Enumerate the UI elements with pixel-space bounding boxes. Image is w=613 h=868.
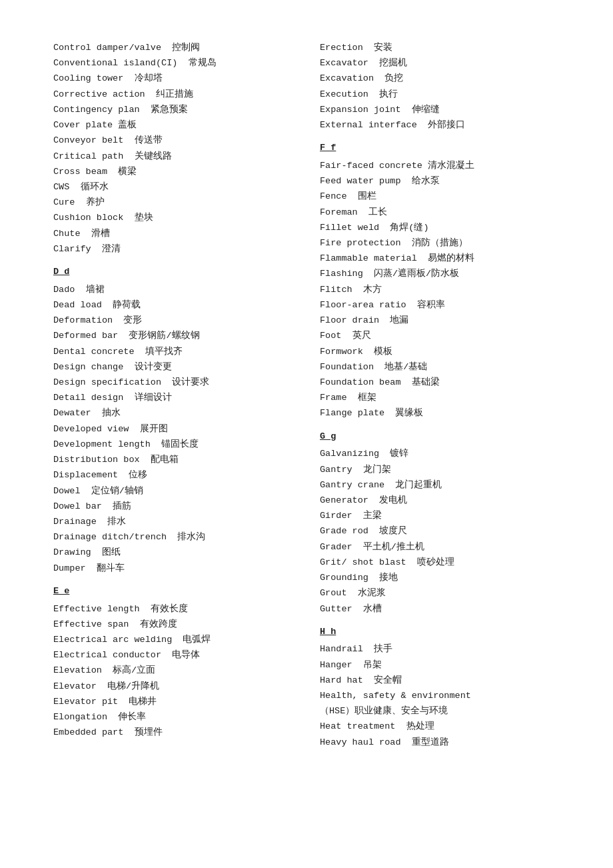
glossary-entry: Distribution box 配电箱 bbox=[53, 452, 293, 467]
glossary-entry: Development length 锚固长度 bbox=[53, 437, 293, 452]
glossary-entry: Girder 主梁 bbox=[320, 508, 560, 523]
glossary-entry: Foreman 工长 bbox=[320, 205, 560, 220]
glossary-entry: Heat treatment 热处理 bbox=[320, 719, 560, 734]
glossary-entry: Dumper 翻斗车 bbox=[53, 561, 293, 576]
glossary-entry: Detail design 详细设计 bbox=[53, 390, 293, 405]
section-header: F f bbox=[320, 139, 560, 157]
glossary-entry: Dowel 定位销/轴销 bbox=[53, 483, 293, 499]
glossary-entry: Excavator 挖掘机 bbox=[320, 55, 560, 71]
glossary-entry: Fire protection 消防（措施） bbox=[320, 235, 560, 251]
glossary-entry: Flitch 木方 bbox=[320, 282, 560, 297]
glossary-entry: Grade rod 坡度尺 bbox=[320, 523, 560, 539]
glossary-entry: Conventional island(CI) 常规岛 bbox=[53, 55, 293, 71]
glossary-entry: Gantry 龙门架 bbox=[320, 462, 560, 477]
glossary-entry: Grit/ shot blast 喷砂处理 bbox=[320, 555, 560, 570]
glossary-entry: Flashing 闪蒸/遮雨板/防水板 bbox=[320, 266, 560, 281]
glossary-entry: Electrical arc welding 电弧焊 bbox=[53, 632, 293, 647]
glossary-entry: Chute 滑槽 bbox=[53, 226, 293, 241]
glossary-entry: Effective length 有效长度 bbox=[53, 601, 293, 617]
glossary-entry: Grader 平土机/推土机 bbox=[320, 539, 560, 555]
glossary-entry: Expansion joint 伸缩缝 bbox=[320, 102, 560, 117]
glossary-entry: Grounding 接地 bbox=[320, 570, 560, 585]
glossary-entry: Dado 墙裙 bbox=[53, 282, 293, 297]
glossary-entry: Erection 安装 bbox=[320, 40, 560, 55]
glossary-entry: Critical path 关键线路 bbox=[53, 149, 293, 164]
glossary-entry: Dewater 抽水 bbox=[53, 405, 293, 421]
glossary-entry: Hard hat 安全帽 bbox=[320, 673, 560, 688]
glossary-entry: Elevator 电梯/升降机 bbox=[53, 679, 293, 694]
glossary-entry: Feed water pump 给水泵 bbox=[320, 173, 560, 189]
glossary-entry: Fence 围栏 bbox=[320, 189, 560, 204]
glossary-entry: Dead load 静荷载 bbox=[53, 297, 293, 313]
glossary-entry: Heavy haul road 重型道路 bbox=[320, 735, 560, 750]
glossary-entry: Foundation 地基/基础 bbox=[320, 359, 560, 375]
glossary-entry: Embedded part 预埋件 bbox=[53, 725, 293, 740]
glossary-entry: Execution 执行 bbox=[320, 87, 560, 102]
section-header: E e bbox=[53, 583, 293, 600]
glossary-entry: Formwork 模板 bbox=[320, 344, 560, 359]
glossary-entry: Deformed bar 变形钢筋/螺纹钢 bbox=[53, 328, 293, 343]
glossary-entry: Fair-faced concrete 清水混凝土 bbox=[320, 158, 560, 173]
glossary-entry: Electrical conductor 电导体 bbox=[53, 647, 293, 663]
section-header: D d bbox=[53, 263, 293, 281]
glossary-entry: Corrective action 纠正措施 bbox=[53, 87, 293, 102]
glossary-entry: Design change 设计变更 bbox=[53, 359, 293, 375]
glossary-entry: Frame 框架 bbox=[320, 390, 560, 405]
glossary-entry: （HSE）职业健康、安全与环境 bbox=[320, 703, 560, 719]
glossary-entry: Dental concrete 填平找齐 bbox=[53, 344, 293, 359]
glossary-entry: External interface 外部接口 bbox=[320, 117, 560, 133]
glossary-entry: Control damper/valve 控制阀 bbox=[53, 40, 293, 55]
glossary-entry: Deformation 变形 bbox=[53, 313, 293, 328]
glossary-entry: Effective span 有效跨度 bbox=[53, 617, 293, 632]
glossary-entry: Foot 英尺 bbox=[320, 328, 560, 343]
glossary-entry: Hanger 吊架 bbox=[320, 657, 560, 673]
glossary-entry: Fillet weld 角焊(缝) bbox=[320, 220, 560, 235]
glossary-entry: Cure 养护 bbox=[53, 195, 293, 210]
glossary-entry: Dowel bar 插筋 bbox=[53, 499, 293, 514]
left-column: Control damper/valve 控制阀Conventional isl… bbox=[53, 40, 293, 750]
glossary-entry: Health, safety & environment bbox=[320, 688, 560, 703]
right-column: Erection 安装Excavator 挖掘机Excavation 负挖Exe… bbox=[320, 40, 560, 750]
glossary-entry: Displacement 位移 bbox=[53, 467, 293, 483]
glossary-entry: Drawing 图纸 bbox=[53, 545, 293, 560]
glossary-entry: Developed view 展开图 bbox=[53, 421, 293, 437]
glossary-entry: Generator 发电机 bbox=[320, 493, 560, 508]
glossary-entry: Clarify 澄清 bbox=[53, 241, 293, 257]
glossary-entry: Grout 水泥浆 bbox=[320, 585, 560, 601]
glossary-entry: Cooling tower 冷却塔 bbox=[53, 71, 293, 86]
glossary-entry: Drainage 排水 bbox=[53, 514, 293, 529]
main-content: Control damper/valve 控制阀Conventional isl… bbox=[53, 40, 560, 750]
glossary-entry: Foundation beam 基础梁 bbox=[320, 375, 560, 390]
glossary-entry: CWS 循环水 bbox=[53, 179, 293, 195]
glossary-entry: Cross beam 横梁 bbox=[53, 164, 293, 179]
section-header: G g bbox=[320, 428, 560, 445]
glossary-entry: Flange plate 翼缘板 bbox=[320, 405, 560, 421]
glossary-entry: Floor drain 地漏 bbox=[320, 313, 560, 328]
section-header: H h bbox=[320, 623, 560, 641]
glossary-entry: Elevation 标高/立面 bbox=[53, 663, 293, 678]
glossary-entry: Contingency plan 紧急预案 bbox=[53, 102, 293, 117]
glossary-entry: Cover plate 盖板 bbox=[53, 117, 293, 133]
glossary-entry: Galvanizing 镀锌 bbox=[320, 446, 560, 461]
glossary-entry: Elevator pit 电梯井 bbox=[53, 694, 293, 709]
glossary-entry: Design specification 设计要求 bbox=[53, 375, 293, 390]
glossary-entry: Elongation 伸长率 bbox=[53, 709, 293, 725]
glossary-entry: Flammable material 易燃的材料 bbox=[320, 251, 560, 266]
glossary-entry: Floor-area ratio 容积率 bbox=[320, 297, 560, 313]
glossary-entry: Excavation 负挖 bbox=[320, 71, 560, 86]
glossary-entry: Cushion block 垫块 bbox=[53, 210, 293, 225]
glossary-entry: Handrail 扶手 bbox=[320, 641, 560, 657]
glossary-entry: Drainage ditch/trench 排水沟 bbox=[53, 529, 293, 545]
glossary-entry: Gutter 水槽 bbox=[320, 601, 560, 617]
glossary-entry: Gantry crane 龙门起重机 bbox=[320, 477, 560, 493]
glossary-entry: Conveyor belt 传送带 bbox=[53, 133, 293, 148]
